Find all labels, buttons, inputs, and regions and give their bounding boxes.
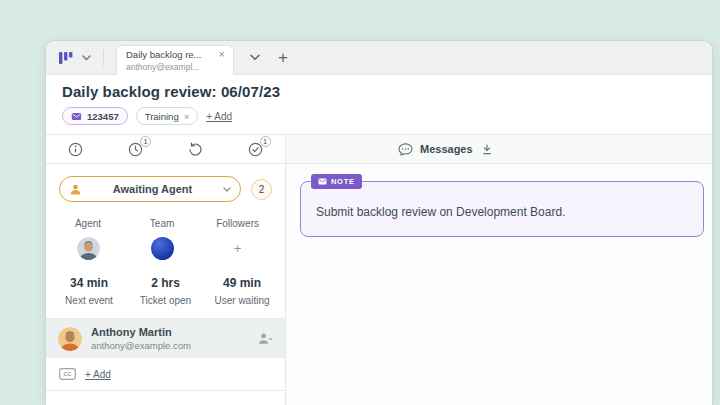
scroll-to-bottom-icon[interactable] [482, 144, 492, 155]
ticket-number-badge[interactable]: 123457 [62, 107, 128, 125]
stat-value: 49 min [209, 276, 275, 290]
contact-avatar [58, 327, 82, 351]
status-label: Awaiting Agent [88, 183, 217, 195]
stat-user-waiting: 49 min User waiting [209, 276, 275, 306]
note-text: Submit backlog review on Development Boa… [316, 205, 688, 219]
followers-label: Followers [216, 218, 259, 229]
tab-list-chevron-down-icon[interactable] [250, 54, 260, 61]
agent-label: Agent [75, 218, 101, 229]
status-dropdown[interactable]: Awaiting Agent [59, 176, 241, 202]
status-count-badge[interactable]: 2 [251, 179, 272, 200]
tag-row: 123457 Training × + Add [62, 107, 696, 125]
workspace-chevron-down-icon[interactable] [82, 55, 91, 61]
note-message[interactable]: NOTE Submit backlog review on Developmen… [300, 181, 704, 237]
people-row: Agent Team [46, 212, 285, 260]
stat-ticket-open: 2 hrs Ticket open [133, 276, 199, 306]
contact-name: Anthony Martin [91, 326, 249, 338]
envelope-icon [71, 112, 82, 121]
desktop-background: { "tab_bar": { "tab_title": "Daily backl… [0, 0, 720, 405]
stat-label: Ticket open [133, 295, 199, 306]
ticket-window: Daily backlog re... × anthony@exampl... … [45, 40, 713, 405]
history-icon[interactable] [187, 141, 204, 158]
messages-title: Messages [420, 143, 473, 155]
ticket-header: Daily backlog review: 06/07/23 123457 Tr… [46, 75, 712, 135]
messages-header: Messages [286, 135, 712, 164]
tag-label: Training [145, 111, 179, 122]
agent-avatar[interactable] [77, 237, 100, 260]
stat-label: Next event [56, 295, 122, 306]
tab-subtitle: anthony@exampl... [126, 62, 225, 72]
remove-person-icon[interactable] [258, 332, 273, 345]
chat-bubble-icon [398, 143, 413, 156]
main-area: 1 1 [46, 135, 712, 405]
add-follower-button[interactable]: + [234, 237, 242, 260]
team-label: Team [150, 218, 174, 229]
tab-title: Daily backlog re... [126, 49, 215, 60]
clock-count-badge: 1 [140, 136, 151, 147]
add-cc-button[interactable]: + Add [85, 369, 111, 380]
new-tab-button[interactable]: + [278, 49, 288, 66]
contact-names: Anthony Martin anthony@example.com [91, 326, 249, 351]
tab-bar: Daily backlog re... × anthony@exampl... … [46, 41, 712, 75]
tabbar-divider [103, 50, 104, 66]
stat-value: 2 hrs [133, 276, 199, 290]
followers-column: Followers + [216, 218, 259, 260]
cc-icon: CC [59, 368, 76, 380]
clock-icon[interactable]: 1 [127, 141, 144, 158]
tag-training[interactable]: Training × [136, 107, 199, 125]
note-badge-label: NOTE [331, 177, 355, 186]
kanban-board-icon[interactable] [58, 51, 73, 65]
ticket-title: Daily backlog review: 06/07/23 [62, 83, 696, 100]
conversation-panel: Messages [286, 135, 712, 405]
team-avatar[interactable] [151, 237, 174, 260]
cc-icon-label: CC [63, 371, 71, 377]
info-icon[interactable] [67, 141, 84, 158]
agent-column: Agent [68, 218, 108, 260]
stat-label: User waiting [209, 295, 275, 306]
stat-next-event: 34 min Next event [56, 276, 122, 306]
chevron-down-icon [223, 187, 231, 192]
ticket-sidebar: 1 1 [46, 135, 286, 405]
contact-email: anthony@example.com [91, 340, 249, 351]
sidebar-tabs: 1 1 [46, 135, 285, 164]
agent-person-icon [69, 183, 82, 196]
team-column: Team [142, 218, 182, 260]
ticket-number: 123457 [87, 111, 119, 122]
status-row: Awaiting Agent 2 [46, 164, 285, 212]
add-tag-button[interactable]: + Add [206, 111, 232, 122]
note-badge: NOTE [311, 174, 362, 189]
check-count-badge: 1 [260, 136, 271, 147]
tab-daily-backlog-review[interactable]: Daily backlog re... × anthony@exampl... [116, 45, 234, 75]
contact-row[interactable]: Anthony Martin anthony@example.com [46, 318, 285, 358]
remove-tag-icon[interactable]: × [184, 111, 190, 122]
messages-body: NOTE Submit backlog review on Developmen… [286, 164, 712, 405]
check-circle-icon[interactable]: 1 [247, 141, 264, 158]
note-envelope-icon [318, 178, 327, 185]
tab-close-icon[interactable]: × [215, 49, 225, 60]
stats-row: 34 min Next event 2 hrs Ticket open 49 m… [46, 260, 285, 318]
cc-row: CC + Add [46, 358, 285, 391]
stat-value: 34 min [56, 276, 122, 290]
